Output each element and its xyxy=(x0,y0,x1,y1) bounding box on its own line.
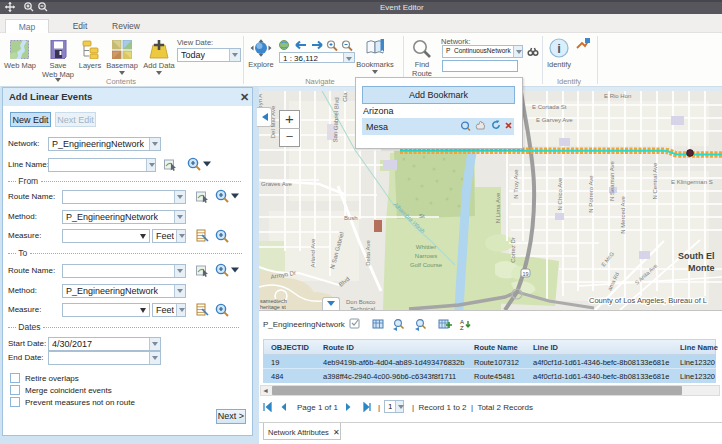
svg-text:N Chico Ave: N Chico Ave xyxy=(557,177,563,211)
svg-text:Delta Ave: Delta Ave xyxy=(365,240,371,266)
svg-text:E Klingerman S: E Klingerman S xyxy=(671,179,713,185)
svg-text:E Cortada St: E Cortada St xyxy=(532,104,567,110)
svg-text:N Seaman Ave: N Seaman Ave xyxy=(609,160,615,201)
svg-text:i: i xyxy=(557,41,561,56)
svg-text:County of Los Angeles, Bureau: County of Los Angeles, Bureau of L xyxy=(589,296,707,305)
svg-text:Arland Ave: Arland Ave xyxy=(310,238,316,268)
svg-text:19: 19 xyxy=(522,271,528,277)
svg-text:N Central Ave: N Central Ave xyxy=(652,162,658,200)
svg-text:N Troy Ave: N Troy Ave xyxy=(513,169,519,199)
svg-text:Gla: Gla xyxy=(342,92,348,102)
svg-text:E Rio Hon: E Rio Hon xyxy=(604,93,631,99)
svg-text:Golf Course: Golf Course xyxy=(410,262,443,268)
svg-text:Monte: Monte xyxy=(688,263,715,273)
svg-text:N Lima Ave: N Lima Ave xyxy=(495,192,501,223)
svg-text:Cortez Dr: Cortez Dr xyxy=(510,237,516,263)
svg-text:Narrows: Narrows xyxy=(415,253,437,259)
svg-text:Graves Ave: Graves Ave xyxy=(261,181,293,187)
svg-text:South El: South El xyxy=(678,251,715,261)
svg-text:N Potrero Ave: N Potrero Ave xyxy=(588,175,594,213)
svg-text:N Merced Ave: N Merced Ave xyxy=(620,196,626,234)
svg-text:St: St xyxy=(419,213,425,219)
svg-text:Whittier: Whittier xyxy=(416,244,436,250)
svg-text:E Garvey Ave: E Garvey Ave xyxy=(536,117,573,123)
svg-text:Don Bosco: Don Bosco xyxy=(346,299,376,305)
svg-text:Z: Z xyxy=(460,325,464,331)
svg-text:Bush: Bush xyxy=(344,215,358,221)
